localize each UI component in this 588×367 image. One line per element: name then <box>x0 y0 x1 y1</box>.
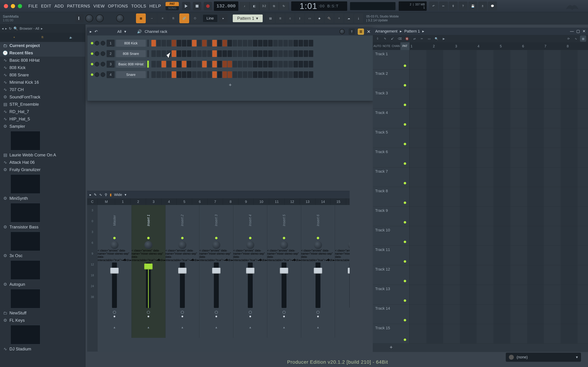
mx-wave-icon[interactable]: ∿ <box>99 192 102 197</box>
step-cell[interactable] <box>268 71 273 78</box>
step-cell[interactable] <box>268 40 273 47</box>
project-picker-icon[interactable]: ✧ <box>334 14 344 23</box>
mixer-ruler-cell[interactable]: M <box>98 198 115 205</box>
playlist-track-header[interactable]: Track 9 <box>373 207 409 226</box>
mixer-ruler-cell[interactable]: 13 <box>300 198 315 205</box>
step-cell[interactable] <box>253 61 257 67</box>
track-enable-led[interactable] <box>404 84 406 86</box>
step-cell[interactable] <box>299 61 303 67</box>
playlist-crumb1[interactable]: Arrangement <box>375 29 398 33</box>
pl-play-icon[interactable]: ▶ <box>441 35 447 42</box>
track-enable-led[interactable] <box>404 280 406 282</box>
step-cell[interactable] <box>248 50 252 57</box>
step-cell[interactable] <box>243 40 247 47</box>
track-enable-led[interactable] <box>404 260 406 263</box>
browser-item[interactable]: ⚙Sampler <box>0 123 85 130</box>
step-cell[interactable] <box>304 61 308 67</box>
step-cell[interactable] <box>263 71 268 78</box>
playlist-window[interactable]: Arrangement ▸ Pattern 1 ▸ — ▢ ✕ ⧲ ✎ 🖌 ⌫ … <box>373 28 588 352</box>
playlist-track-lane[interactable] <box>409 285 588 304</box>
step-cell[interactable] <box>238 50 242 57</box>
step-cell[interactable] <box>217 71 222 78</box>
cr-swing-knob[interactable] <box>339 29 345 34</box>
step-cell[interactable] <box>253 40 257 47</box>
browser-item[interactable]: ∿DJ Stadium <box>0 345 85 353</box>
step-cell[interactable] <box>233 40 237 47</box>
play-snap-button[interactable]: ▸ <box>219 14 227 23</box>
channel-vol-knob[interactable] <box>101 62 105 67</box>
step-cell[interactable] <box>268 61 273 67</box>
step-cell[interactable] <box>243 61 247 67</box>
pl-maximize-icon[interactable]: ▢ <box>576 29 580 33</box>
mixer-enable-led[interactable] <box>317 237 319 239</box>
playlist-crumb2[interactable]: Pattern 1 <box>404 29 420 33</box>
mixer-route-dot[interactable] <box>147 316 149 317</box>
menu-add[interactable]: ADD <box>53 3 65 9</box>
step-cell[interactable] <box>299 40 303 47</box>
step-cell[interactable] <box>217 61 222 67</box>
mixer-ruler-cell[interactable]: 9 <box>238 198 254 205</box>
playlist-track-header[interactable]: Track 5 <box>373 128 409 148</box>
mixer-track[interactable]: Insert 3< class="arrows" data-name="mixe… <box>199 205 233 338</box>
mixer-send-arrow[interactable]: ▴ <box>249 325 251 329</box>
mixer-fx-enable[interactable] <box>113 311 116 314</box>
song-position-display[interactable]: 1:01 :00 B:S:T <box>291 1 347 11</box>
browser-copy-button[interactable]: ⎘ <box>39 33 46 41</box>
step-cell[interactable] <box>162 71 166 78</box>
menu-help[interactable]: HELP <box>148 3 163 9</box>
step-cell[interactable] <box>182 50 186 57</box>
cr-menu-icon[interactable]: ▸ <box>90 29 92 34</box>
menu-tools[interactable]: TOOLS <box>130 3 148 9</box>
step-cell[interactable] <box>151 50 156 57</box>
browser-item[interactable]: ⚙MiniSynth <box>0 195 85 202</box>
pl-mute-icon[interactable]: 🔇 <box>404 35 410 42</box>
channel-vol-knob[interactable] <box>101 72 105 77</box>
step-cell[interactable] <box>258 50 262 57</box>
bar-number[interactable]: 5 <box>499 42 521 50</box>
step-cell[interactable] <box>248 71 252 78</box>
playlist-mode-tab[interactable]: PAT <box>400 42 410 50</box>
step-cell[interactable] <box>202 61 207 67</box>
bar-number[interactable]: 4 <box>476 42 499 50</box>
mixer-fx-enable[interactable] <box>215 311 218 314</box>
browser-item[interactable]: ∿Attack Hat 06 <box>0 159 85 166</box>
playlist-track-header[interactable]: Track 15 <box>373 324 409 343</box>
playlist-track-lane[interactable] <box>409 109 588 128</box>
menu-view[interactable]: VIEW <box>92 3 106 9</box>
mixer-ruler-cell[interactable]: 3 <box>146 198 161 205</box>
pl-close-icon[interactable]: ✕ <box>582 29 586 33</box>
mixer-track[interactable]: Master< class="arrows" data-name="mixer-… <box>98 205 132 338</box>
main-volume-knob[interactable] <box>85 15 93 22</box>
step-cell[interactable] <box>294 71 298 78</box>
step-cell[interactable] <box>278 71 283 78</box>
mixer-enable-led[interactable] <box>249 237 251 239</box>
channel-name-button[interactable]: Snare <box>116 71 146 78</box>
bar-number[interactable]: 6 <box>521 42 544 50</box>
step-cell[interactable] <box>288 61 293 67</box>
view-mixer-icon[interactable]: ⫿ <box>295 14 304 23</box>
step-cell[interactable] <box>217 50 222 57</box>
step-cell[interactable] <box>253 71 257 78</box>
mixer-fx-enable[interactable] <box>147 311 150 314</box>
step-cell[interactable] <box>202 71 207 78</box>
step-cell[interactable] <box>263 40 268 47</box>
mixer-route-dot[interactable] <box>113 316 115 317</box>
mixer-ruler-cell[interactable]: 15 <box>331 198 346 205</box>
playlist-track-header[interactable]: Track 2 <box>373 70 409 89</box>
step-cell[interactable] <box>151 40 156 47</box>
menu-edit[interactable]: EDIT <box>40 3 53 9</box>
playlist-body[interactable]: Track 1Track 2Track 3Track 4Track 5Track… <box>373 50 588 352</box>
playlist-track-lane[interactable] <box>409 128 588 148</box>
step-cell[interactable] <box>238 71 242 78</box>
mixer-track[interactable]: Insert 4< class="arrows" data-name="mixe… <box>233 205 267 338</box>
step-cell[interactable] <box>273 71 278 78</box>
channel-select[interactable] <box>147 50 149 57</box>
mixer-view-selector[interactable]: Wide <box>114 193 122 197</box>
play-button[interactable] <box>182 2 190 10</box>
bar-number[interactable]: 7 <box>543 42 566 50</box>
search-icon[interactable]: 🔍 <box>13 26 18 31</box>
step-cell[interactable] <box>197 61 202 67</box>
step-cell[interactable] <box>192 50 197 57</box>
track-enable-led[interactable] <box>404 65 406 67</box>
mixer-track[interactable]: Insert 7< class="arrows" data-name="mixe… <box>335 205 350 338</box>
